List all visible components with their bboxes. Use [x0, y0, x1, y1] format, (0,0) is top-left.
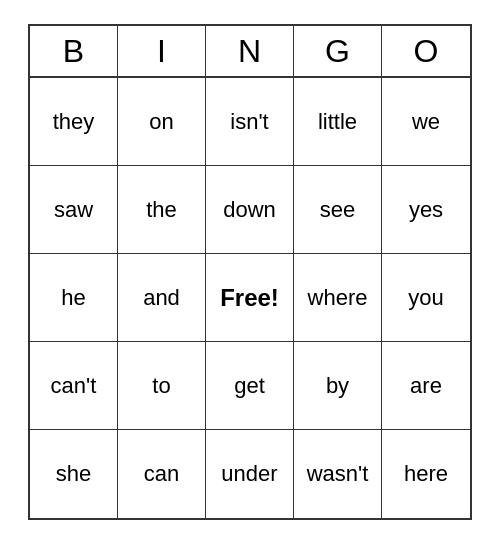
bingo-cell-8[interactable]: see [294, 166, 382, 254]
bingo-cell-10[interactable]: he [30, 254, 118, 342]
header-letter-n: N [206, 26, 294, 76]
bingo-cell-16[interactable]: to [118, 342, 206, 430]
bingo-grid: theyonisn'tlittlewesawthedownseeyesheand… [30, 78, 470, 518]
bingo-card: BINGO theyonisn'tlittlewesawthedownseeye… [28, 24, 472, 520]
bingo-cell-18[interactable]: by [294, 342, 382, 430]
bingo-cell-13[interactable]: where [294, 254, 382, 342]
bingo-cell-5[interactable]: saw [30, 166, 118, 254]
bingo-cell-9[interactable]: yes [382, 166, 470, 254]
header-letter-i: I [118, 26, 206, 76]
header-letter-o: O [382, 26, 470, 76]
bingo-header: BINGO [30, 26, 470, 78]
bingo-cell-22[interactable]: under [206, 430, 294, 518]
bingo-cell-11[interactable]: and [118, 254, 206, 342]
bingo-cell-21[interactable]: can [118, 430, 206, 518]
bingo-cell-20[interactable]: she [30, 430, 118, 518]
bingo-cell-6[interactable]: the [118, 166, 206, 254]
bingo-cell-3[interactable]: little [294, 78, 382, 166]
header-letter-b: B [30, 26, 118, 76]
bingo-cell-0[interactable]: they [30, 78, 118, 166]
bingo-cell-17[interactable]: get [206, 342, 294, 430]
bingo-cell-12[interactable]: Free! [206, 254, 294, 342]
bingo-cell-7[interactable]: down [206, 166, 294, 254]
bingo-cell-24[interactable]: here [382, 430, 470, 518]
bingo-cell-15[interactable]: can't [30, 342, 118, 430]
header-letter-g: G [294, 26, 382, 76]
bingo-cell-14[interactable]: you [382, 254, 470, 342]
bingo-cell-2[interactable]: isn't [206, 78, 294, 166]
bingo-cell-1[interactable]: on [118, 78, 206, 166]
bingo-cell-23[interactable]: wasn't [294, 430, 382, 518]
bingo-cell-4[interactable]: we [382, 78, 470, 166]
bingo-cell-19[interactable]: are [382, 342, 470, 430]
